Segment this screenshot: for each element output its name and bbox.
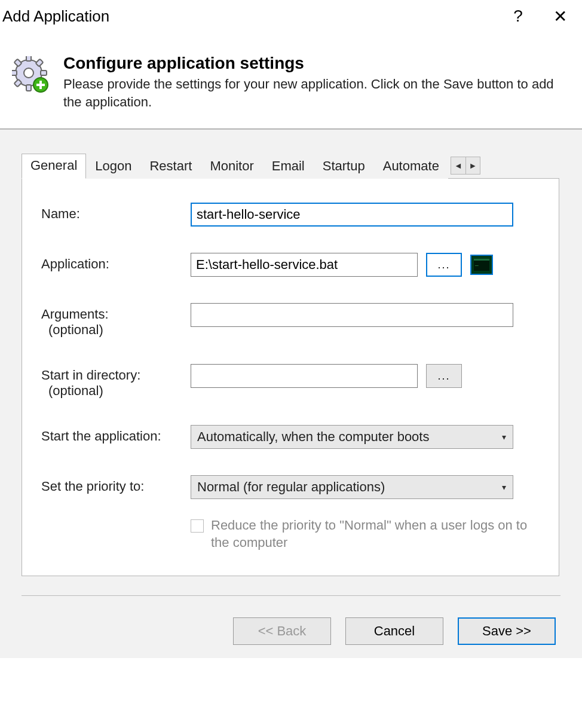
svg-rect-12	[36, 84, 45, 86]
tab-logon[interactable]: Logon	[86, 154, 140, 179]
reduce-priority-label: Reduce the priority to "Normal" when a u…	[211, 517, 540, 551]
gear-add-icon	[12, 56, 50, 94]
tab-scroll-left[interactable]: ◄	[451, 157, 465, 174]
svg-rect-2	[26, 56, 31, 61]
reduce-priority-checkbox	[191, 519, 204, 533]
window-title: Add Application	[2, 7, 491, 26]
priority-label: Set the priority to:	[41, 475, 191, 494]
save-button[interactable]: Save >>	[458, 617, 556, 645]
tab-monitor[interactable]: Monitor	[201, 154, 262, 179]
arguments-input[interactable]	[191, 303, 513, 327]
help-button[interactable]: ?	[503, 4, 533, 28]
start-app-select[interactable]: Automatically, when the computer boots	[191, 425, 513, 449]
svg-rect-4	[12, 71, 17, 75]
directory-label: Start in directory: (optional)	[41, 364, 191, 399]
priority-select[interactable]: Normal (for regular applications)	[191, 475, 513, 499]
application-browse-button[interactable]: ...	[426, 253, 462, 277]
directory-browse-button[interactable]: ...	[426, 364, 462, 388]
svg-point-1	[24, 68, 33, 78]
application-label: Application:	[41, 253, 191, 272]
console-icon	[474, 259, 489, 271]
name-input[interactable]	[191, 203, 513, 227]
tab-email[interactable]: Email	[263, 154, 314, 179]
tab-general[interactable]: General	[22, 154, 86, 179]
arguments-label: Arguments: (optional)	[41, 303, 191, 338]
directory-input[interactable]	[191, 364, 418, 388]
tab-restart[interactable]: Restart	[140, 154, 201, 179]
application-input[interactable]	[191, 253, 418, 277]
tab-scroll-right[interactable]: ►	[465, 157, 480, 174]
console-icon-button[interactable]	[470, 255, 493, 275]
tab-automate[interactable]: Automate	[374, 154, 448, 179]
start-app-label: Start the application:	[41, 425, 191, 444]
back-button: << Back	[233, 617, 331, 645]
svg-rect-5	[41, 71, 47, 75]
tab-panel-general: Name: Application: ... Arguments: (optio…	[22, 178, 559, 576]
tab-bar: General Logon Restart Monitor Email Star…	[22, 154, 571, 178]
tab-startup[interactable]: Startup	[314, 154, 374, 179]
name-label: Name:	[41, 203, 191, 222]
svg-rect-3	[26, 85, 31, 91]
header-title: Configure application settings	[63, 54, 570, 73]
cancel-button[interactable]: Cancel	[345, 617, 443, 645]
close-button[interactable]: ✕	[545, 4, 575, 28]
header-description: Please provide the settings for your new…	[63, 75, 570, 111]
